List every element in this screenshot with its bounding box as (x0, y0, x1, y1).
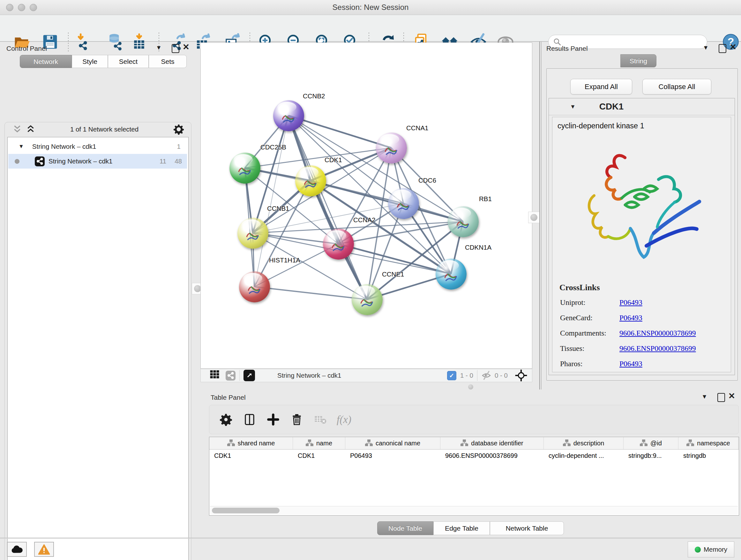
network-label: String Network – cdk1 (49, 158, 113, 165)
gear-icon[interactable] (173, 124, 184, 135)
network-node-label: HIST1H1A (269, 256, 300, 264)
crosslink-label: GeneCard: (560, 314, 619, 322)
network-node[interactable] (238, 218, 268, 249)
table-panel-title: Table Panel (211, 394, 246, 401)
tab-edge-table[interactable]: Edge Table (433, 521, 490, 535)
protein-structure-image (575, 139, 709, 273)
collection-count: 1 (177, 143, 181, 150)
table-cell[interactable]: CDK1 (293, 449, 345, 462)
gear-icon[interactable] (219, 413, 233, 427)
gene-details: cyclin-dependent kinase 1 (552, 117, 731, 372)
column-tree-icon (461, 439, 468, 447)
cloud-button[interactable] (7, 542, 27, 557)
share-view-icon[interactable] (226, 371, 235, 381)
network-node[interactable] (239, 271, 270, 302)
collapse-all-icon[interactable] (12, 125, 22, 134)
float-panel-icon[interactable]: ▾ (703, 392, 706, 401)
panel-divider (541, 42, 542, 389)
memory-button[interactable]: Memory (688, 542, 734, 557)
tab-string[interactable]: String (620, 54, 657, 67)
crosslinks-heading: CrossLinks (559, 283, 731, 293)
network-node[interactable] (229, 152, 260, 184)
tab-sets[interactable]: Sets (149, 55, 187, 68)
collapse-all-button[interactable]: Collapse All (643, 79, 711, 95)
network-row[interactable]: String Network – cdk1 11 48 (8, 154, 187, 169)
network-node[interactable] (273, 100, 304, 131)
close-panel-icon[interactable]: ✕ (730, 42, 737, 52)
crosslink[interactable]: P06493 (619, 314, 643, 322)
float-panel-icon[interactable]: ▾ (704, 43, 708, 52)
table-cell[interactable]: stringdb:9... (623, 449, 678, 462)
collapse-arrow-icon[interactable]: ▼ (18, 143, 24, 150)
tab-network[interactable]: Network (20, 55, 72, 68)
network-edge[interactable] (288, 116, 391, 148)
scrollbar-thumb[interactable] (212, 508, 280, 513)
crosslink[interactable]: 9606.ENSP00000378699 (619, 329, 696, 337)
maximize-panel-icon[interactable] (172, 44, 179, 53)
close-panel-icon[interactable]: ✕ (183, 42, 190, 52)
tab-network-table[interactable]: Network Table (490, 521, 564, 535)
crosslink[interactable]: 9606.ENSP00000378699 (619, 344, 696, 353)
network-edge[interactable] (254, 287, 367, 300)
string-network-icon (35, 157, 45, 166)
network-node[interactable] (376, 132, 407, 164)
network-node-label: CDKN1A (465, 244, 491, 251)
right-splitter-handle[interactable] (528, 212, 540, 223)
float-panel-icon[interactable]: ▾ (157, 43, 160, 52)
network-node[interactable] (448, 206, 479, 237)
crosshair-icon[interactable] (515, 369, 528, 382)
maximize-panel-icon[interactable] (719, 44, 726, 53)
column-tree-icon (563, 439, 570, 447)
network-edge[interactable] (311, 181, 463, 222)
network-node[interactable] (352, 284, 383, 315)
network-node[interactable] (388, 188, 419, 219)
column-header[interactable]: canonical name (345, 437, 441, 449)
memory-status-icon (695, 547, 701, 553)
table-cell[interactable]: stringdb (678, 449, 738, 462)
tab-node-table[interactable]: Node Table (377, 521, 433, 535)
close-panel-icon[interactable]: ✕ (728, 391, 735, 401)
horizontal-splitter-handle[interactable] (468, 384, 473, 389)
warning-button[interactable] (34, 542, 54, 557)
column-header[interactable]: database identifier (441, 437, 544, 449)
table-toolbar: f(x) (209, 405, 739, 434)
network-selection-status: 1 of 1 Network selected (36, 125, 173, 133)
grid-view-icon[interactable] (209, 370, 220, 381)
tab-style[interactable]: Style (72, 55, 108, 68)
table-cell[interactable]: P06493 (345, 449, 441, 462)
network-node[interactable] (435, 259, 467, 290)
main-toolbar: ? (0, 15, 741, 42)
column-header[interactable]: shared name (209, 437, 293, 449)
statusbar-divider (0, 538, 741, 539)
maximize-panel-icon[interactable] (718, 393, 725, 402)
column-header[interactable]: namespace (678, 437, 738, 449)
expand-all-button[interactable]: Expand All (570, 79, 632, 95)
table-cell[interactable]: 9606.ENSP00000378699 (441, 449, 544, 462)
column-header[interactable]: name (293, 437, 345, 449)
birdseye-view-icon[interactable] (244, 370, 255, 381)
selected-checkbox-icon[interactable]: ✓ (447, 371, 456, 380)
crosslink[interactable]: P06493 (619, 360, 643, 368)
delete-column-icon[interactable] (290, 413, 304, 427)
title-bar: Session: New Session (0, 0, 741, 15)
column-header[interactable]: description (544, 437, 623, 449)
network-canvas[interactable]: CCNB2CCNA1CDC25BCDK1CDC6RB1CCNB1CCNA2CDK… (200, 43, 532, 369)
crosslink[interactable]: P06493 (619, 298, 643, 307)
table-cell[interactable]: cyclin-dependent ... (544, 449, 623, 462)
network-edge[interactable] (288, 116, 367, 300)
horizontal-scrollbar[interactable] (210, 506, 738, 515)
table-row[interactable]: CDK1CDK1P064939606.ENSP00000378699cyclin… (209, 449, 739, 462)
column-header[interactable]: @id (623, 437, 678, 449)
function-builder-icon: f(x) (337, 413, 351, 427)
add-column-icon[interactable] (266, 413, 280, 427)
network-collection-row[interactable]: ▼ String Network – cdk1 1 (8, 139, 187, 154)
collapse-arrow-icon[interactable]: ▼ (570, 104, 576, 110)
node-count: 11 (159, 158, 166, 165)
control-panel-title: Control Panel (6, 45, 47, 52)
columns-icon[interactable] (243, 413, 257, 427)
table-cell[interactable]: CDK1 (209, 449, 293, 462)
expand-all-icon[interactable] (26, 125, 36, 134)
network-node[interactable] (323, 229, 354, 260)
network-node[interactable] (295, 165, 326, 196)
tab-select[interactable]: Select (108, 55, 149, 68)
